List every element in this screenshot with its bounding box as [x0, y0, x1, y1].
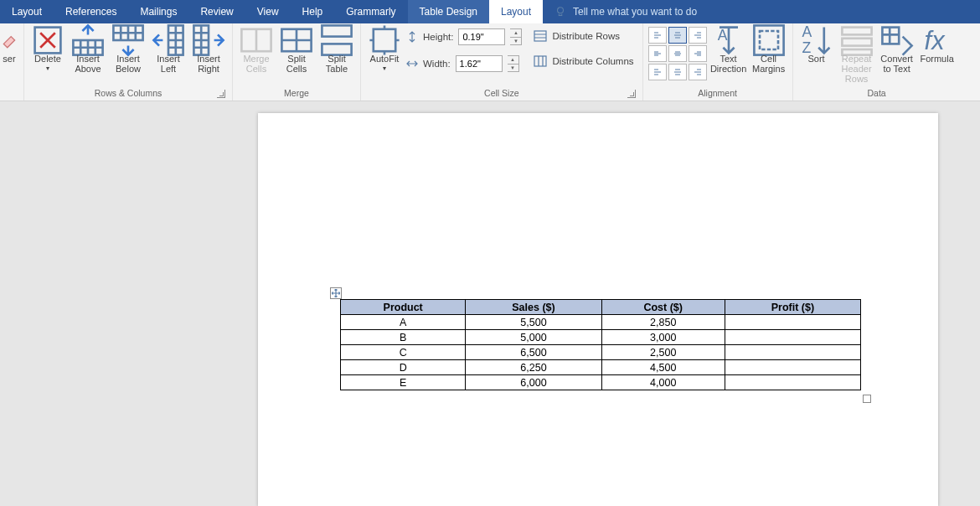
- text-direction-button[interactable]: A Text Direction: [710, 27, 747, 74]
- svg-rect-15: [760, 31, 778, 49]
- align-bot-left[interactable]: [648, 64, 667, 80]
- split-cells-button[interactable]: Split Cells: [278, 27, 315, 74]
- eraser-icon: [0, 31, 18, 49]
- align-top-right[interactable]: [689, 27, 707, 44]
- tell-me-label: Tell me what you want to do: [573, 6, 697, 18]
- table-cell[interactable]: 4,000: [601, 375, 725, 390]
- align-bot-right[interactable]: [689, 64, 707, 80]
- width-spinner[interactable]: ▲▼: [508, 55, 519, 72]
- th-sales[interactable]: Sales ($): [466, 300, 601, 315]
- svg-rect-18: [842, 28, 871, 35]
- svg-text:fx: fx: [924, 26, 946, 55]
- tab-references[interactable]: References: [54, 0, 128, 23]
- width-label: Width:: [423, 59, 451, 69]
- ribbon: ser Delete▾ Insert Above Insert Below In…: [0, 23, 980, 101]
- tab-help[interactable]: Help: [291, 0, 335, 23]
- distribute-columns-icon: [534, 55, 547, 67]
- group-rows-columns: Rows & Columns: [95, 88, 162, 98]
- distribute-columns-button[interactable]: Distribute Columns: [530, 52, 637, 70]
- table-cell[interactable]: C: [341, 345, 466, 360]
- svg-rect-12: [534, 56, 546, 66]
- table-cell[interactable]: 2,850: [601, 315, 725, 330]
- table-cell[interactable]: A: [341, 315, 466, 330]
- group-merge: Merge: [238, 86, 355, 101]
- lightbulb-icon: [554, 6, 566, 18]
- svg-text:A: A: [717, 27, 727, 44]
- table-cell[interactable]: [725, 345, 860, 360]
- delete-button[interactable]: Delete▾: [29, 27, 66, 74]
- align-top-left[interactable]: [648, 27, 667, 44]
- table-cell[interactable]: 4,500: [601, 360, 725, 375]
- formula-button[interactable]: fx Formula: [919, 27, 956, 64]
- table-cell[interactable]: 6,250: [466, 360, 601, 375]
- table-row[interactable]: C6,5002,500: [341, 345, 861, 360]
- tab-table-layout[interactable]: Layout: [489, 0, 543, 23]
- align-bot-center[interactable]: [668, 64, 687, 80]
- tab-review[interactable]: Review: [188, 0, 245, 23]
- th-product[interactable]: Product: [341, 300, 466, 315]
- svg-rect-8: [322, 25, 351, 36]
- eraser-button[interactable]: ser: [0, 27, 18, 64]
- svg-point-0: [558, 8, 564, 13]
- autofit-button[interactable]: AutoFit▾: [366, 27, 403, 74]
- split-table-button[interactable]: Split Table: [318, 27, 355, 74]
- merge-cells-button: Merge Cells: [238, 27, 275, 74]
- table-resize-handle[interactable]: [863, 395, 871, 403]
- table-move-handle[interactable]: [330, 287, 342, 299]
- table-cell[interactable]: 6,500: [466, 345, 601, 360]
- document-table[interactable]: Product Sales ($) Cost ($) Profit ($) A5…: [340, 299, 861, 390]
- distribute-rows-button[interactable]: Distribute Rows: [530, 27, 637, 45]
- table-cell[interactable]: 5,000: [466, 330, 601, 345]
- table-cell[interactable]: 5,500: [466, 315, 601, 330]
- tab-table-design[interactable]: Table Design: [408, 0, 489, 23]
- table-cell[interactable]: D: [341, 360, 466, 375]
- tab-grammarly[interactable]: Grammarly: [334, 0, 407, 23]
- insert-left-button[interactable]: Insert Left: [150, 27, 187, 74]
- cell-margins-button[interactable]: Cell Margins: [750, 27, 787, 74]
- insert-right-button[interactable]: Insert Right: [190, 27, 227, 74]
- convert-to-text-button[interactable]: Convert to Text: [879, 27, 916, 74]
- th-cost[interactable]: Cost ($): [601, 300, 725, 315]
- table-row[interactable]: E6,0004,000: [341, 375, 861, 390]
- height-icon: [406, 31, 418, 43]
- group-cell-size: Cell Size: [484, 88, 518, 98]
- tell-me-search[interactable]: Tell me what you want to do: [543, 0, 709, 23]
- sort-button[interactable]: AZ Sort: [798, 27, 835, 64]
- table-cell[interactable]: [725, 360, 860, 375]
- alignment-grid: [648, 27, 707, 80]
- tab-layout[interactable]: Layout: [0, 0, 54, 23]
- table-row[interactable]: D6,2504,500: [341, 360, 861, 375]
- align-mid-right[interactable]: [689, 45, 707, 62]
- height-spinner[interactable]: ▲▼: [510, 28, 522, 45]
- table-row[interactable]: A5,5002,850: [341, 315, 861, 330]
- move-icon: [332, 289, 340, 297]
- svg-rect-19: [842, 39, 871, 46]
- svg-rect-11: [534, 31, 546, 41]
- width-input[interactable]: [456, 55, 503, 72]
- insert-above-button[interactable]: Insert Above: [70, 27, 106, 74]
- insert-below-button[interactable]: Insert Below: [110, 27, 147, 74]
- cell-size-dialog-launcher[interactable]: [627, 90, 636, 98]
- tab-mailings[interactable]: Mailings: [128, 0, 188, 23]
- group-data: Data: [798, 86, 956, 101]
- rows-columns-dialog-launcher[interactable]: [217, 90, 225, 98]
- table-cell[interactable]: B: [341, 330, 466, 345]
- tab-bar: Layout References Mailings Review View H…: [0, 0, 980, 23]
- align-mid-left[interactable]: [648, 45, 667, 62]
- height-label: Height:: [423, 32, 453, 42]
- svg-text:A: A: [802, 23, 812, 40]
- tab-view[interactable]: View: [245, 0, 291, 23]
- table-cell[interactable]: 2,500: [601, 345, 725, 360]
- table-cell[interactable]: 6,000: [466, 375, 601, 390]
- table-cell[interactable]: [725, 330, 860, 345]
- width-icon: [406, 58, 418, 70]
- table-row[interactable]: B5,0003,000: [341, 330, 861, 345]
- table-cell[interactable]: 3,000: [601, 330, 725, 345]
- height-input[interactable]: [458, 28, 505, 45]
- align-top-center[interactable]: [668, 27, 687, 44]
- align-mid-center[interactable]: [668, 45, 687, 62]
- th-profit[interactable]: Profit ($): [725, 300, 860, 315]
- table-cell[interactable]: [725, 315, 860, 330]
- table-cell[interactable]: [725, 375, 860, 390]
- table-cell[interactable]: E: [341, 375, 466, 390]
